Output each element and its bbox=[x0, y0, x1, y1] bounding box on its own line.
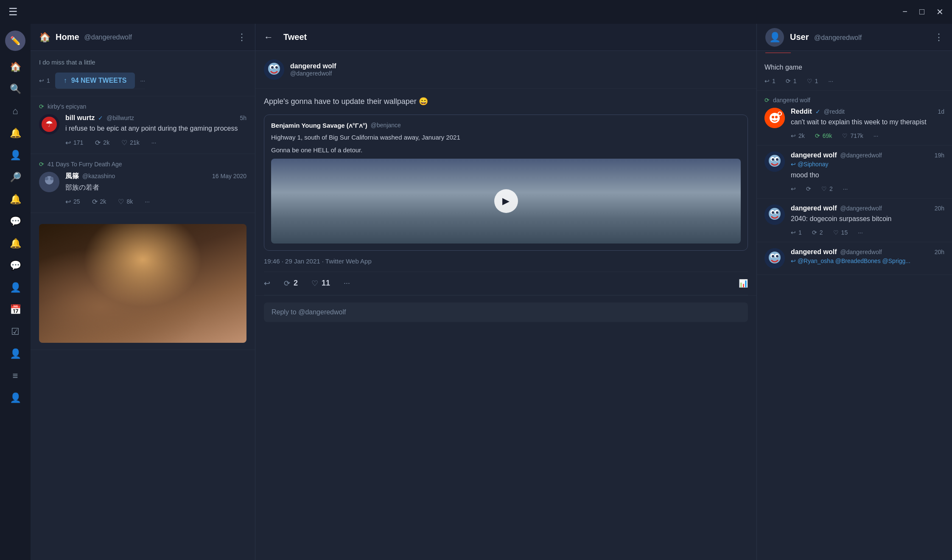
dogecoin-more-btn[interactable]: ··· bbox=[858, 229, 863, 236]
home-column-header: 🏠 Home @dangeredwolf ⋮ bbox=[31, 24, 255, 51]
sidebar-item-notifications[interactable]: 🔔 bbox=[6, 124, 25, 143]
reply-icon-wg: ↩ bbox=[764, 78, 770, 84]
billwurtz-reply-btn[interactable]: ↩ 171 bbox=[65, 139, 83, 147]
sidebar-item-user[interactable]: 👤 bbox=[6, 278, 25, 297]
kazashino-more-btn[interactable]: ··· bbox=[145, 198, 150, 205]
reply-placeholder[interactable]: Reply to @dangeredwolf bbox=[272, 308, 346, 316]
dogecoin-author-info: dangered wolf @dangeredwolf bbox=[791, 204, 882, 212]
dogecoin-reply-btn[interactable]: ↩ 1 bbox=[791, 229, 802, 236]
video-thumbnail[interactable]: ▶ bbox=[271, 159, 741, 244]
user-tweet-dogecoin: dangered wolf @dangeredwolf 20h 2040: do… bbox=[757, 199, 952, 242]
moodtho-more-btn[interactable]: ··· bbox=[843, 185, 848, 192]
whichgame-reply-btn[interactable]: ↩ 1 bbox=[764, 78, 776, 84]
like-icon-wg: ♡ bbox=[807, 78, 812, 84]
dogecoin-meta: dangered wolf @dangeredwolf 20h 2040: do… bbox=[791, 204, 944, 236]
rt-icon-wg: ⟳ bbox=[786, 78, 791, 84]
minimize-button[interactable]: − bbox=[902, 7, 907, 17]
whichgame-rt-btn[interactable]: ⟳ 1 bbox=[786, 78, 797, 84]
moodtho-reply-btn[interactable]: ↩ bbox=[791, 185, 796, 192]
user-column-menu[interactable]: ⋮ bbox=[934, 32, 944, 43]
avatar-billwurtz: ☂ bbox=[39, 114, 59, 134]
detail-like-btn[interactable]: ♡ 11 bbox=[311, 279, 330, 288]
home-column-title-area: 🏠 Home @dangeredwolf bbox=[39, 32, 132, 43]
tweet-detail-header: ← Tweet bbox=[255, 24, 756, 51]
tweet-billwurtz-author-line: bill wurtz ✓ @billwurtz 5h bbox=[65, 114, 246, 122]
user-profile-icon: 👤 bbox=[765, 28, 784, 47]
maximize-button[interactable]: □ bbox=[919, 7, 924, 17]
kazashino-like-btn[interactable]: ♡ 8k bbox=[118, 198, 133, 206]
detail-reply-btn[interactable]: ↩ bbox=[264, 279, 270, 288]
reddit-reply-btn[interactable]: ↩ 2k bbox=[791, 132, 805, 139]
back-button[interactable]: ← bbox=[264, 32, 273, 43]
reply-small-btn[interactable]: ↩ 1 bbox=[39, 77, 50, 84]
moodtho-name: dangered wolf bbox=[791, 151, 837, 159]
svg-point-15 bbox=[772, 116, 774, 118]
sidebar-item-list[interactable]: ≡ bbox=[6, 367, 25, 385]
svg-point-24 bbox=[776, 158, 778, 161]
sidebar-item-home2[interactable]: ⌂ bbox=[6, 102, 25, 120]
dogecoin-rt-btn[interactable]: ⟳ 2 bbox=[812, 229, 823, 236]
kazashino-actions: ↩ 25 ⟳ 2k ♡ 8k bbox=[65, 198, 246, 206]
sidebar-item-check[interactable]: ☑ bbox=[6, 322, 25, 341]
new-tweets-button[interactable]: ↑ 94 NEW TWEETS bbox=[55, 73, 135, 89]
tweet-image-post bbox=[31, 213, 255, 350]
user-tweet-moodtho: dangered wolf @dangeredwolf 19h ↩ @Sipho… bbox=[757, 146, 952, 199]
tweet-detail-body[interactable]: dangered wolf @dangeredwolf Apple's gonn… bbox=[255, 51, 756, 560]
dogecoin-actions: ↩ 1 ⟳ 2 ♡ 15 bbox=[791, 229, 944, 236]
dogecoin-like-btn[interactable]: ♡ 15 bbox=[833, 229, 848, 236]
close-button[interactable]: ✕ bbox=[936, 7, 944, 17]
billwurtz-text: i refuse to be epic at any point during … bbox=[65, 123, 246, 134]
user-column-separator bbox=[765, 53, 791, 53]
user-column: 👤 User @dangeredwolf ⋮ Which game ↩ bbox=[757, 24, 952, 560]
kazashino-like-count: 8k bbox=[126, 198, 133, 205]
sidebar-item-search2[interactable]: 🔎 bbox=[6, 168, 25, 187]
detail-rt-btn[interactable]: ⟳ 2 bbox=[284, 279, 298, 288]
billwurtz-like-btn[interactable]: ♡ 21k bbox=[121, 139, 140, 147]
quoted-author-name: Benjamin Young Savage (ᴧ°Γᴧ°) bbox=[271, 122, 367, 129]
kazashino-reply-count: 25 bbox=[73, 198, 80, 205]
kazashino-time: 16 May 2020 bbox=[212, 173, 246, 179]
billwurtz-rt-btn[interactable]: ⟳ 2k bbox=[95, 139, 109, 147]
kazashino-reply-btn[interactable]: ↩ 25 bbox=[65, 198, 80, 206]
ryanosha-reply-to: ↩ @Ryan_osha @BreadedBones @Sprigg... bbox=[791, 258, 944, 264]
compose-button[interactable]: ✏️ bbox=[5, 31, 25, 51]
reddit-more-btn[interactable]: ··· bbox=[874, 132, 879, 139]
more-options-btn[interactable]: ··· bbox=[140, 77, 145, 84]
tweet-detail-actions: ↩ ⟳ 2 ♡ 11 ··· 📊 bbox=[264, 272, 748, 295]
detail-reply-icon: ↩ bbox=[264, 279, 270, 288]
reddit-time: 1d bbox=[938, 108, 944, 115]
billwurtz-handle: @billwurtz bbox=[106, 115, 134, 121]
billwurtz-more-btn[interactable]: ··· bbox=[151, 139, 157, 146]
home-column-menu[interactable]: ⋮ bbox=[237, 32, 246, 43]
kazashino-rt-btn[interactable]: ⟳ 2k bbox=[92, 198, 106, 206]
reddit-like-btn[interactable]: ♡ 717k bbox=[842, 132, 863, 139]
sidebar-item-calendar[interactable]: 📅 bbox=[6, 300, 25, 319]
billwurtz-author-info: bill wurtz ✓ @billwurtz bbox=[65, 114, 134, 122]
detail-more-btn[interactable]: ··· bbox=[344, 279, 350, 288]
user-tweet-whichgame: Which game ↩ 1 ⟳ 1 ♡ 1 bbox=[757, 56, 952, 91]
svg-point-6 bbox=[50, 177, 53, 180]
moodtho-like-btn[interactable]: ♡ 2 bbox=[821, 185, 833, 192]
sidebar-item-messages[interactable]: 💬 bbox=[6, 212, 25, 231]
sidebar-item-account[interactable]: 👤 bbox=[6, 344, 25, 363]
home-column-body[interactable]: I do miss that a little ↩ 1 ↑ 94 NEW TWE… bbox=[31, 51, 255, 560]
whichgame-like-btn[interactable]: ♡ 1 bbox=[807, 78, 818, 84]
detail-stats-btn[interactable]: 📊 bbox=[739, 279, 748, 288]
hamburger-menu-icon[interactable]: ☰ bbox=[8, 6, 18, 18]
play-button[interactable]: ▶ bbox=[494, 189, 518, 213]
sidebar-item-home[interactable]: 🏠 bbox=[6, 58, 25, 76]
missed-tweet: I do miss that a little ↩ 1 ↑ 94 NEW TWE… bbox=[31, 51, 255, 96]
moodtho-actions: ↩ ⟳ ♡ 2 ··· bbox=[791, 185, 944, 192]
sidebar-item-alerts2[interactable]: 🔔 bbox=[6, 234, 25, 253]
sidebar-item-profile[interactable]: 👤 bbox=[6, 146, 25, 165]
user-column-body[interactable]: Which game ↩ 1 ⟳ 1 ♡ 1 bbox=[757, 56, 952, 560]
rt-icon-reddit: ⟳ bbox=[815, 132, 820, 139]
sidebar-item-add[interactable]: 👤 bbox=[6, 389, 25, 407]
whichgame-more-btn[interactable]: ··· bbox=[828, 78, 833, 84]
sidebar-item-chat[interactable]: 💬 bbox=[6, 256, 25, 275]
sidebar-item-search[interactable]: 🔍 bbox=[6, 80, 25, 98]
reddit-rt-btn[interactable]: ⟳ 69k bbox=[815, 132, 832, 139]
sidebar-item-alerts[interactable]: 🔔 bbox=[6, 190, 25, 209]
moodtho-rt-btn[interactable]: ⟳ bbox=[806, 185, 811, 192]
dogecoin-header: dangered wolf @dangeredwolf 20h 2040: do… bbox=[764, 204, 944, 236]
